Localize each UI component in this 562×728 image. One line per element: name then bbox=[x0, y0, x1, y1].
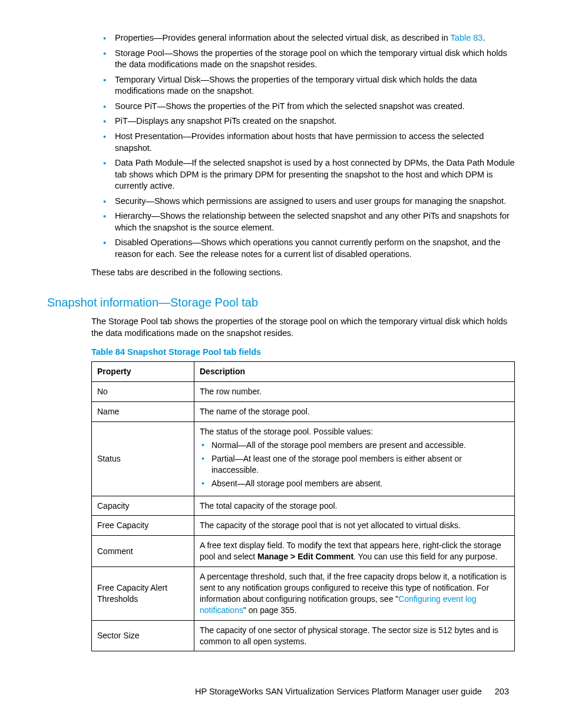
cell-desc: A percentage threshold, such that, if th… bbox=[194, 567, 515, 621]
bullet-storage-pool: Storage Pool—Shows the properties of the… bbox=[103, 48, 515, 71]
bullet-disabled-ops: Disabled Operations—Shows which operatio… bbox=[103, 237, 515, 260]
status-normal: Normal—All of the storage pool members a… bbox=[200, 440, 509, 451]
col-description: Description bbox=[194, 362, 515, 382]
thresh-post: " on page 355. bbox=[243, 605, 297, 615]
table-row: Capacity The total capacity of the stora… bbox=[92, 496, 515, 516]
comment-post: . You can use this field for any purpose… bbox=[353, 552, 497, 561]
cell-prop: No bbox=[92, 382, 194, 402]
cell-prop: Sector Size bbox=[92, 620, 194, 651]
table-row: Name The name of the storage pool. bbox=[92, 402, 515, 422]
section-heading: Snapshot information—Storage Pool tab bbox=[47, 296, 515, 309]
bullet-source-pit: Source PiT—Shows the properties of the P… bbox=[103, 101, 515, 113]
table-row: No The row number. bbox=[92, 382, 515, 402]
storage-pool-fields-table: Property Description No The row number. … bbox=[91, 361, 515, 651]
cell-desc: The capacity of one sector of physical s… bbox=[194, 620, 515, 651]
bullet-properties: Properties—Provides general information … bbox=[103, 32, 515, 44]
cell-desc: The status of the storage pool. Possible… bbox=[194, 422, 515, 496]
page: Properties—Provides general information … bbox=[0, 0, 562, 728]
cell-prop: Free Capacity Alert Thresholds bbox=[92, 567, 194, 621]
status-partial: Partial—At least one of the storage pool… bbox=[200, 453, 509, 476]
col-property: Property bbox=[92, 362, 194, 382]
after-bullets-text: These tabs are described in the followin… bbox=[91, 266, 515, 278]
page-number: 203 bbox=[495, 687, 509, 696]
cell-desc: The total capacity of the storage pool. bbox=[194, 496, 515, 516]
comment-bold: Manage > Edit Comment bbox=[257, 552, 353, 561]
bullet-security: Security—Shows which permissions are ass… bbox=[103, 196, 515, 207]
cell-desc: The row number. bbox=[194, 382, 515, 402]
status-absent: Absent—All storage pool members are abse… bbox=[200, 478, 509, 489]
section-intro: The Storage Pool tab shows the propertie… bbox=[91, 315, 515, 340]
bullet-pit: PiT—Displays any snapshot PiTs created o… bbox=[103, 116, 515, 127]
footer-title: HP StorageWorks SAN Virtualization Servi… bbox=[195, 687, 482, 696]
bullet-hierarchy: Hierarchy—Shows the relationship between… bbox=[103, 210, 515, 233]
table-row: Status The status of the storage pool. P… bbox=[92, 422, 515, 496]
bullet-text: Properties—Provides general information … bbox=[115, 33, 451, 42]
tab-description-list: Properties—Provides general information … bbox=[47, 32, 515, 261]
cell-desc: A free text display field. To modify the… bbox=[194, 536, 515, 567]
table-row: Free Capacity The capacity of the storag… bbox=[92, 516, 515, 536]
cell-prop: Status bbox=[92, 422, 194, 496]
page-footer: HP StorageWorks SAN Virtualization Servi… bbox=[47, 687, 515, 696]
table-row: Comment A free text display field. To mo… bbox=[92, 536, 515, 567]
cell-desc: The capacity of the storage pool that is… bbox=[194, 516, 515, 536]
cell-prop: Capacity bbox=[92, 496, 194, 516]
bullet-host-presentation: Host Presentation—Provides information a… bbox=[103, 131, 515, 154]
table-row: Sector Size The capacity of one sector o… bbox=[92, 620, 515, 651]
cell-desc: The name of the storage pool. bbox=[194, 402, 515, 422]
status-intro: The status of the storage pool. Possible… bbox=[200, 427, 373, 436]
cell-prop: Free Capacity bbox=[92, 516, 194, 536]
bullet-dpm: Data Path Module—If the selected snapsho… bbox=[103, 157, 515, 192]
cell-prop: Name bbox=[92, 402, 194, 422]
status-values-list: Normal—All of the storage pool members a… bbox=[200, 440, 509, 489]
table-header-row: Property Description bbox=[92, 362, 515, 382]
cell-prop: Comment bbox=[92, 536, 194, 567]
bullet-text-suffix: . bbox=[482, 33, 485, 42]
table-83-link[interactable]: Table 83 bbox=[451, 33, 483, 42]
bullet-temp-vd: Temporary Virtual Disk—Shows the propert… bbox=[103, 74, 515, 97]
table-row: Free Capacity Alert Thresholds A percent… bbox=[92, 567, 515, 621]
table-caption: Table 84 Snapshot Storage Pool tab field… bbox=[91, 347, 515, 357]
